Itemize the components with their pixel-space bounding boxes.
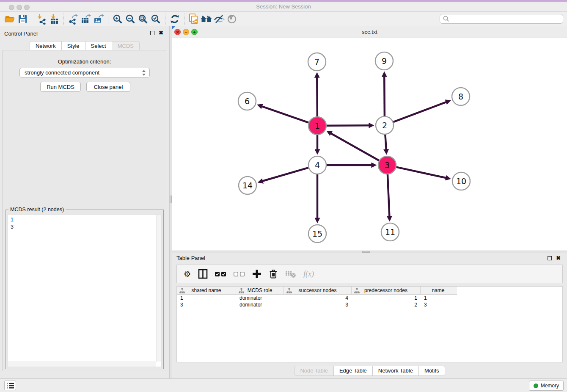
node-label: 7 xyxy=(314,57,319,66)
edge-1-6[interactable] xyxy=(261,106,308,123)
show-columns-icon[interactable] xyxy=(198,269,208,279)
tab-node-table[interactable]: Node Table xyxy=(294,366,334,376)
save-session-icon[interactable] xyxy=(16,13,29,25)
export-image-icon[interactable] xyxy=(92,13,105,25)
table-float-icon[interactable] xyxy=(548,256,552,260)
mcds-result-title: MCDS result (2 nodes) xyxy=(8,207,66,213)
toolbar-separator xyxy=(32,14,32,25)
memory-label: Memory xyxy=(541,383,559,389)
float-panel-icon[interactable] xyxy=(150,31,154,35)
vertical-splitter[interactable] xyxy=(169,26,172,378)
node-15[interactable]: 15 xyxy=(308,225,326,243)
close-panel-button[interactable]: Close panel xyxy=(86,82,130,92)
node-label: 8 xyxy=(458,92,463,101)
result-hscrollbar[interactable] xyxy=(8,362,156,367)
edge-2-8[interactable] xyxy=(394,102,447,122)
mcds-panel: Optimization criterion: strongly connect… xyxy=(3,50,166,371)
edge-3-10[interactable] xyxy=(396,167,446,178)
node-7[interactable]: 7 xyxy=(308,53,326,71)
list-icon xyxy=(7,383,14,389)
edge-4-14[interactable] xyxy=(262,168,308,181)
apply-layout-icon[interactable] xyxy=(168,13,181,25)
session-title: Session: New Session xyxy=(0,3,567,10)
edge-2-3[interactable] xyxy=(385,135,386,150)
mcds-result-group: MCDS result (2 nodes) 1 3 xyxy=(6,210,164,369)
tab-edge-table[interactable]: Edge Table xyxy=(333,366,373,376)
hide-selected-icon[interactable] xyxy=(213,13,226,25)
mcds-result-area[interactable]: 1 3 xyxy=(8,215,162,367)
clone-network-icon[interactable] xyxy=(187,13,200,25)
import-table-icon[interactable] xyxy=(48,13,61,25)
task-history-button[interactable] xyxy=(4,381,16,390)
node-1[interactable]: 1 xyxy=(308,117,326,135)
criterion-select[interactable]: strongly connected component xyxy=(19,68,150,77)
zoom-selected-icon[interactable] xyxy=(149,13,162,25)
edge-3-11[interactable] xyxy=(388,174,389,217)
table-cell: 4 xyxy=(284,295,352,301)
network-canvas[interactable]: 7968124314101511 xyxy=(172,38,567,251)
node-2[interactable]: 2 xyxy=(376,116,394,134)
export-network-icon[interactable] xyxy=(67,13,80,25)
node-10[interactable]: 10 xyxy=(452,172,470,190)
node-label: 9 xyxy=(382,56,387,66)
close-panel-icon[interactable]: ✖ xyxy=(159,30,163,36)
search-box[interactable] xyxy=(440,14,563,24)
open-session-icon[interactable] xyxy=(3,13,16,25)
table-close-icon[interactable]: ✖ xyxy=(556,255,561,261)
select-all-rows-icon[interactable] xyxy=(215,271,226,277)
table-cell: 1 xyxy=(177,295,236,301)
node-6[interactable]: 6 xyxy=(238,92,256,110)
table-cell: 1 xyxy=(352,295,421,301)
search-input[interactable] xyxy=(450,16,560,22)
memory-button[interactable]: Memory xyxy=(529,381,564,391)
edge-1-2[interactable] xyxy=(327,125,370,126)
criterion-value: strongly connected component xyxy=(25,69,99,76)
delete-table-icon[interactable] xyxy=(285,269,296,279)
node-label: 11 xyxy=(385,227,395,237)
column-header-name[interactable]: name xyxy=(421,287,456,294)
result-vscrollbar[interactable] xyxy=(156,215,161,362)
toolbar-separator xyxy=(184,14,184,25)
delete-row-icon[interactable] xyxy=(269,269,278,279)
table-panel-tabs: Node TableEdge TableNetwork TableMotifs xyxy=(172,366,567,376)
home-icon[interactable] xyxy=(200,13,213,25)
unselect-all-rows-icon[interactable] xyxy=(234,271,245,277)
column-header-successor-nodes[interactable]: successor nodes xyxy=(284,287,352,294)
show-all-icon[interactable] xyxy=(226,13,238,25)
vertical-splitter-grip[interactable] xyxy=(170,196,172,203)
table-row[interactable]: 3dominator323 xyxy=(177,301,562,308)
column-hierarchy-icon xyxy=(354,288,360,293)
node-9[interactable]: 9 xyxy=(375,52,393,70)
toolbar-separator xyxy=(63,14,64,25)
column-header-shared-name[interactable]: shared name xyxy=(177,287,236,294)
node-4[interactable]: 4 xyxy=(308,156,326,174)
horizontal-splitter-grip[interactable] xyxy=(362,251,370,253)
edge-1-7[interactable] xyxy=(317,77,317,116)
edge-2-9[interactable] xyxy=(384,76,385,116)
run-mcds-button[interactable]: Run MCDS xyxy=(40,82,81,92)
table-cell: 3 xyxy=(177,302,236,308)
memory-status-icon xyxy=(534,384,538,388)
add-row-icon[interactable] xyxy=(252,269,261,279)
import-network-icon[interactable] xyxy=(35,13,48,25)
zoom-out-icon[interactable] xyxy=(124,13,137,25)
node-8[interactable]: 8 xyxy=(452,88,470,105)
node-14[interactable]: 14 xyxy=(239,177,256,194)
function-builder-icon[interactable]: f(x) xyxy=(303,270,314,279)
network-title: scc.txt xyxy=(172,29,567,35)
node-label: 1 xyxy=(315,121,320,130)
node-11[interactable]: 11 xyxy=(381,223,399,241)
column-header-MCDS-role[interactable]: MCDS role xyxy=(236,287,284,294)
node-3[interactable]: 3 xyxy=(378,156,396,174)
edge-3-1[interactable] xyxy=(330,133,379,160)
table-settings-icon[interactable]: ⚙ xyxy=(184,270,191,278)
tab-network-table[interactable]: Network Table xyxy=(372,366,419,376)
zoom-in-icon[interactable] xyxy=(111,13,124,25)
export-table-icon[interactable] xyxy=(80,13,92,25)
mcds-result-lines: 1 3 xyxy=(11,216,14,231)
zoom-fit-icon[interactable] xyxy=(137,13,149,25)
tab-motifs[interactable]: Motifs xyxy=(418,366,445,376)
table-row[interactable]: 1dominator411 xyxy=(177,295,562,301)
optimization-criterion-label: Optimization criterion: xyxy=(3,58,166,65)
column-header-predecessor-nodes[interactable]: predecessor nodes xyxy=(352,287,421,294)
